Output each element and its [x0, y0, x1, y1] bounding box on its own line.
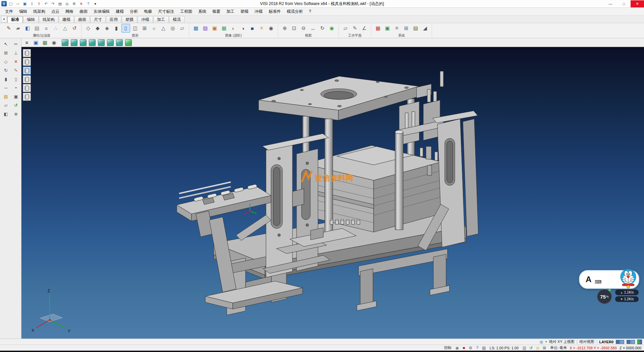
menu-item[interactable]: 建模: [113, 8, 127, 15]
viewport-menu-icon[interactable]: ≡: [23, 39, 31, 47]
view-cube-front-icon[interactable]: [70, 39, 78, 47]
save-icon[interactable]: ▣: [21, 0, 28, 7]
system-settings-icon[interactable]: ✳: [392, 24, 401, 33]
display-box-icon[interactable]: ⊞: [140, 24, 149, 33]
pan-view-icon[interactable]: ↔: [309, 24, 317, 33]
menu-item[interactable]: 点云: [48, 8, 62, 15]
workplane-icon[interactable]: ▱: [2, 101, 10, 109]
measure-slope-icon[interactable]: ◢: [421, 24, 429, 33]
menu-item[interactable]: 工程图: [177, 8, 195, 15]
snap-lock-icon[interactable]: ◉: [454, 345, 460, 351]
render-material-icon[interactable]: ▣: [210, 24, 219, 33]
zoom-window-icon[interactable]: ⊕: [280, 24, 289, 33]
tab-wireframe[interactable]: 线架构: [39, 16, 58, 23]
database-icon[interactable]: ▥: [521, 345, 527, 351]
status-layer[interactable]: LAYER0: [599, 340, 613, 344]
import-icon[interactable]: ⇩: [29, 0, 35, 7]
shadow-icon[interactable]: ◑: [238, 24, 247, 33]
view-icon[interactable]: ◎: [64, 0, 70, 7]
menu-item[interactable]: 标准件: [266, 8, 284, 15]
lighting-icon[interactable]: ☀: [257, 24, 266, 33]
properties-icon[interactable]: ▣: [12, 92, 20, 101]
tab-machining[interactable]: 加工: [153, 16, 169, 23]
pick-solid-icon[interactable]: ▮: [2, 75, 10, 83]
hide-show-icon[interactable]: ◉: [327, 24, 336, 33]
render-gouraud-icon[interactable]: ▨: [201, 24, 210, 33]
view-search-icon[interactable]: ◎: [540, 340, 543, 344]
tab-stamping[interactable]: 冲模: [138, 16, 153, 23]
view-cube-top-icon[interactable]: [61, 39, 69, 47]
snap-midpoint-icon[interactable]: ◇: [2, 57, 10, 66]
screenshot-icon[interactable]: ▣: [383, 24, 392, 33]
status-view-plane[interactable]: 绝对 XY 上视图: [549, 339, 575, 344]
open-folder-icon[interactable]: ▱: [14, 0, 21, 7]
menu-item[interactable]: 文件: [2, 8, 16, 15]
pick-point-icon[interactable]: •: [12, 83, 20, 92]
display-wireframe-icon[interactable]: ◇: [84, 24, 93, 33]
calculator-icon[interactable]: ⊞: [402, 24, 411, 33]
view-cube-right-icon[interactable]: [79, 39, 87, 47]
menu-item[interactable]: 视窗: [209, 8, 223, 15]
pick-edge-icon[interactable]: ─: [2, 83, 10, 92]
workplane-edit-icon[interactable]: ✎: [351, 24, 359, 33]
context-help-icon[interactable]: ?: [474, 345, 480, 351]
display-profile-icon[interactable]: ▱: [178, 24, 186, 33]
entity-filter-icon[interactable]: △: [61, 24, 69, 33]
color-swatch-pair-1[interactable]: [616, 340, 624, 344]
tab-dimension[interactable]: 尺寸: [90, 16, 106, 23]
rotate-view-icon[interactable]: ↻: [318, 24, 327, 33]
display-mode-ghost-icon[interactable]: [23, 93, 31, 101]
pdf-export-icon[interactable]: ■: [461, 345, 467, 351]
status-color-indicator[interactable]: [637, 340, 642, 344]
minimize-button[interactable]: —: [604, 0, 617, 7]
display-mode-solid-icon[interactable]: [23, 84, 31, 92]
layer-filter-icon[interactable]: ▤: [33, 24, 41, 33]
tab-surface[interactable]: 曲面: [74, 16, 90, 23]
refresh-view-icon[interactable]: ↺: [12, 101, 20, 109]
zoom-previous-icon[interactable]: ⊖: [299, 24, 308, 33]
menu-item[interactable]: 模流分析: [284, 8, 306, 15]
render-flat-icon[interactable]: ▩: [192, 24, 200, 33]
display-mode-transparent-icon[interactable]: [23, 75, 31, 83]
delete-icon[interactable]: ✕: [78, 0, 85, 7]
tab-plastic[interactable]: 塑膜: [122, 16, 137, 23]
select-icon[interactable]: ↖: [2, 40, 10, 48]
ime-toolbar[interactable]: A ⌨: [579, 270, 639, 289]
cad-model-3d[interactable]: 查信资料网 Z X Y: [21, 47, 644, 339]
menu-item[interactable]: 曲面: [76, 8, 91, 15]
pick-profile-icon[interactable]: ▯: [12, 75, 20, 83]
reset-filter-icon[interactable]: ↺: [70, 24, 79, 33]
view-cube-bottom-icon[interactable]: [106, 39, 114, 47]
point-filter-icon[interactable]: ∴: [51, 24, 60, 33]
attributes-icon[interactable]: ✎: [4, 24, 13, 33]
display-mode-hidden-icon[interactable]: [23, 58, 31, 66]
transparency-icon[interactable]: ◐: [229, 24, 238, 33]
menu-item[interactable]: 网格: [62, 8, 76, 15]
dynamic-rotate-icon[interactable]: ↻: [2, 66, 10, 75]
workplane-xy-icon[interactable]: ▱: [341, 24, 350, 33]
workplane-3point-icon[interactable]: ∠: [360, 24, 369, 33]
menu-item[interactable]: 系统: [195, 8, 209, 15]
quick-access-caret-icon[interactable]: ▾: [92, 0, 99, 7]
zoom-fit-icon[interactable]: ⊡: [290, 24, 299, 33]
sketch-pen-icon[interactable]: ✎: [12, 66, 20, 75]
menu-item[interactable]: ?: [306, 8, 314, 15]
match-properties-icon[interactable]: ▰: [14, 24, 22, 33]
gear-edit-icon[interactable]: ⚙: [468, 345, 474, 351]
help-icon[interactable]: ?: [85, 0, 92, 7]
ime-mode-indicator[interactable]: A: [586, 275, 591, 284]
color-filter-icon[interactable]: ◧: [23, 24, 32, 33]
display-torus-icon[interactable]: ◎: [168, 24, 177, 33]
close-button[interactable]: ✕: [631, 0, 644, 7]
linetype-filter-icon[interactable]: ≡: [42, 24, 51, 33]
tab-flow[interactable]: 模流: [169, 16, 184, 23]
display-mode-shaded-icon[interactable]: [23, 67, 31, 75]
undo-icon[interactable]: ↶: [43, 0, 49, 7]
display-hidden-line-icon[interactable]: ◈: [103, 24, 111, 33]
export-icon[interactable]: ⇧: [36, 0, 42, 7]
tab-application[interactable]: 应用: [106, 16, 121, 23]
view-cube-shaded-icon[interactable]: [124, 39, 132, 47]
menu-item[interactable]: 分析: [127, 8, 141, 15]
viewport-window-icon[interactable]: ▣: [32, 39, 40, 47]
status-units[interactable]: 单位: 毫米: [550, 345, 567, 350]
